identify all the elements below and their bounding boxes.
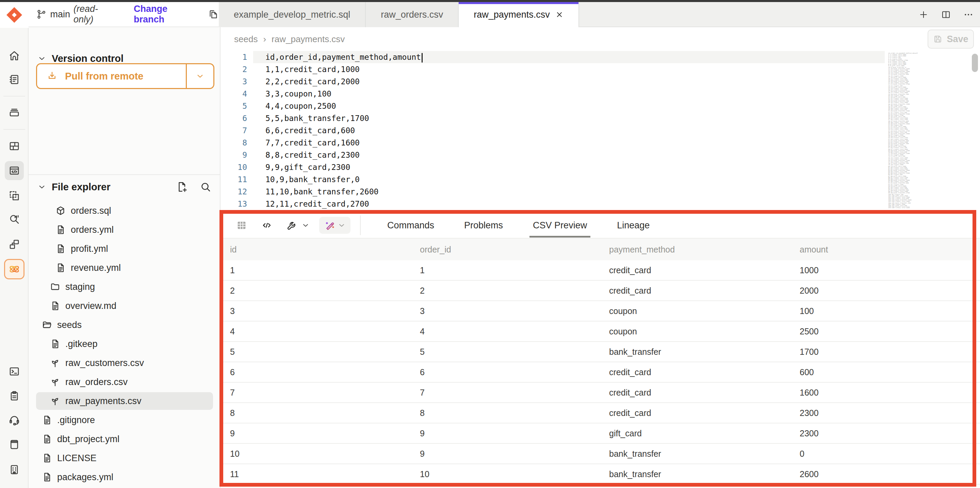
activity-windows-icon[interactable] [5, 235, 24, 254]
code-line-7[interactable]: 76,6,credit_card,600 [221, 124, 980, 136]
breadcrumb-row: seeds › raw_payments.csv Save [221, 27, 980, 51]
file-explorer-header[interactable]: File explorer [29, 175, 220, 199]
download-icon [47, 71, 57, 82]
code-line-12[interactable]: 1211,10,bank_transfer,2600 [221, 185, 980, 198]
file-item-orders.yml[interactable]: orders.yml [29, 220, 220, 239]
activity-journal-icon[interactable] [5, 70, 24, 89]
panel-tab-Commands[interactable]: Commands [372, 214, 449, 236]
code-line-5[interactable]: 54,4,coupon,2500 [221, 100, 980, 112]
minimap[interactable]: id,order_id,payment_method,amount1,1,cre… [888, 53, 919, 208]
save-button[interactable]: Save [928, 30, 974, 49]
line-number: 2 [221, 63, 247, 76]
file-item-overview.md[interactable]: overview.md [29, 296, 220, 315]
activity-dbt-assist-icon[interactable] [4, 259, 24, 279]
table-cell: 7 [230, 388, 420, 398]
editor-scrollbar-thumb[interactable] [972, 54, 978, 72]
file-name: .gitkeep [65, 339, 98, 349]
build-tools-group[interactable] [285, 218, 310, 233]
pull-from-remote-button[interactable]: Pull from remote [36, 63, 215, 89]
activity-search-insights-icon[interactable] [5, 210, 24, 229]
activity-dashboard-icon[interactable] [5, 136, 24, 156]
table-cell: bank_transfer [609, 347, 800, 357]
close-tab-icon[interactable] [555, 11, 563, 19]
code-editor[interactable]: 1id,order_id,payment_method,amount21,1,c… [221, 51, 980, 211]
table-cell: 3 [230, 306, 420, 316]
wrench-icon[interactable] [285, 218, 299, 233]
code-line-11[interactable]: 1110,9,bank_transfer,0 [221, 173, 980, 185]
compiled-code-icon[interactable] [259, 218, 274, 233]
table-cell: credit_card [609, 286, 800, 296]
activity-clipboard-icon[interactable] [5, 387, 24, 406]
bottom-panel-toolbar: CommandsProblemsCSV PreviewLineage [221, 214, 980, 236]
dbt-logo[interactable] [0, 2, 29, 28]
activity-docs-book-icon[interactable] [5, 435, 24, 454]
code-line-1[interactable]: 1id,order_id,payment_method,amount [221, 51, 980, 63]
file-item-packages.yml[interactable]: packages.yml [29, 467, 220, 486]
panel-tab-CSV Preview[interactable]: CSV Preview [518, 214, 602, 236]
file-item-raw_orders.csv[interactable]: raw_orders.csv [29, 372, 220, 391]
activity-organization-icon[interactable] [5, 460, 24, 479]
panel-tab-Problems[interactable]: Problems [449, 214, 518, 236]
file-item-raw_payments.csv[interactable]: raw_payments.csv [29, 391, 220, 410]
file-item-.gitkeep[interactable]: .gitkeep [29, 334, 220, 353]
document-icon [55, 262, 66, 273]
file-item-dbt_project.yml[interactable]: dbt_project.yml [29, 429, 220, 448]
activity-terminal-icon[interactable] [5, 362, 24, 381]
activity-frame-select-icon[interactable] [5, 186, 24, 205]
table-cell: credit_card [609, 408, 800, 418]
line-text: 11,10,bank_transfer,2600 [266, 185, 379, 198]
code-line-9[interactable]: 98,8,credit_card,2300 [221, 149, 980, 161]
copy-branch-icon[interactable] [208, 9, 219, 20]
activity-home-icon[interactable] [5, 46, 24, 65]
change-branch-link[interactable]: Change branch [134, 4, 196, 25]
editor-tab-example_develop_metric.sql[interactable]: example_develop_metric.sql [219, 2, 366, 27]
version-control-title: Version control [52, 53, 124, 64]
result-table-icon[interactable] [234, 218, 249, 233]
line-number: 5 [221, 100, 247, 112]
file-item-staging[interactable]: staging [29, 277, 220, 296]
dbt-logo-icon [6, 7, 22, 23]
document-icon [50, 339, 60, 349]
document-icon [55, 243, 66, 254]
line-text: 8,8,credit_card,2300 [266, 149, 360, 161]
file-name: staging [65, 282, 95, 292]
document-icon [50, 300, 60, 311]
code-line-8[interactable]: 87,7,credit_card,1600 [221, 136, 980, 149]
file-item-profit.yml[interactable]: profit.yml [29, 239, 220, 258]
editor-tab-raw_payments.csv[interactable]: raw_payments.csv [459, 2, 579, 27]
activity-headset-icon[interactable] [5, 410, 24, 429]
file-item-orders.sql[interactable]: orders.sql [29, 201, 220, 220]
file-item-.gitignore[interactable]: .gitignore [29, 410, 220, 429]
more-options-icon[interactable] [962, 8, 975, 21]
table-cell: 1700 [800, 347, 980, 357]
table-cell: 1600 [800, 388, 980, 398]
table-cell: 2500 [800, 326, 980, 336]
code-line-6[interactable]: 65,5,bank_transfer,1700 [221, 112, 980, 124]
chevron-down-icon [301, 221, 310, 230]
code-line-4[interactable]: 43,3,coupon,100 [221, 88, 980, 100]
file-item-raw_customers.csv[interactable]: raw_customers.csv [29, 353, 220, 372]
split-editor-icon[interactable] [939, 8, 953, 21]
dbt-assist-fix-button[interactable] [319, 217, 350, 234]
search-icon[interactable] [199, 181, 212, 193]
editor-tab-raw_orders.csv[interactable]: raw_orders.csv [366, 2, 459, 27]
file-item-seeds[interactable]: seeds [29, 315, 220, 334]
code-line-13[interactable]: 1312,11,credit_card,2700 [221, 198, 980, 210]
table-cell: 600 [800, 368, 980, 377]
new-file-icon[interactable] [176, 181, 188, 193]
activity-archive-icon[interactable] [5, 103, 24, 122]
panel-tab-Lineage[interactable]: Lineage [602, 214, 665, 236]
new-tab-icon[interactable] [917, 8, 930, 21]
code-line-3[interactable]: 32,2,credit_card,2000 [221, 76, 980, 88]
code-line-10[interactable]: 109,9,gift_card,2300 [221, 161, 980, 173]
file-name: orders.sql [71, 206, 111, 216]
activity-code-editor-icon[interactable] [5, 161, 24, 180]
file-item-LICENSE[interactable]: LICENSE [29, 448, 220, 467]
tab-label: example_develop_metric.sql [234, 10, 350, 20]
file-item-revenue.yml[interactable]: revenue.yml [29, 258, 220, 277]
table-cell: 6 [420, 368, 609, 377]
pull-dropdown-chevron-icon[interactable] [196, 72, 205, 81]
code-line-2[interactable]: 21,1,credit_card,1000 [221, 63, 980, 76]
activity-divider [3, 129, 25, 130]
document-icon [41, 453, 52, 464]
